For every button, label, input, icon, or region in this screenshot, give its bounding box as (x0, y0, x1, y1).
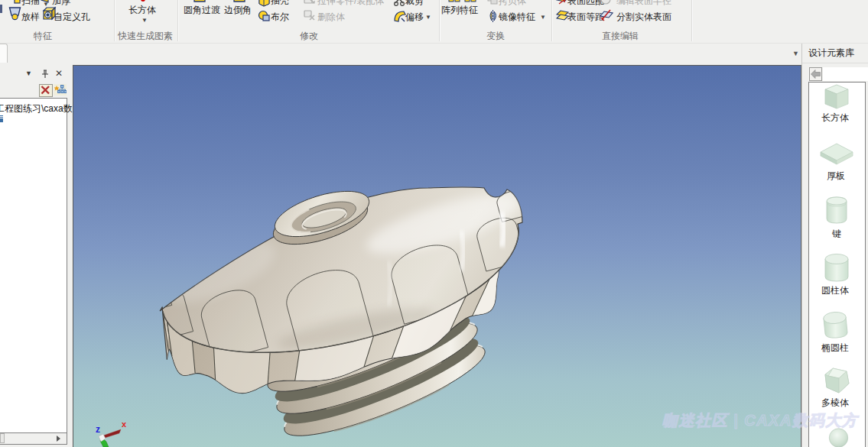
svg-text:x: x (122, 419, 127, 429)
svg-text:z: z (96, 424, 100, 435)
